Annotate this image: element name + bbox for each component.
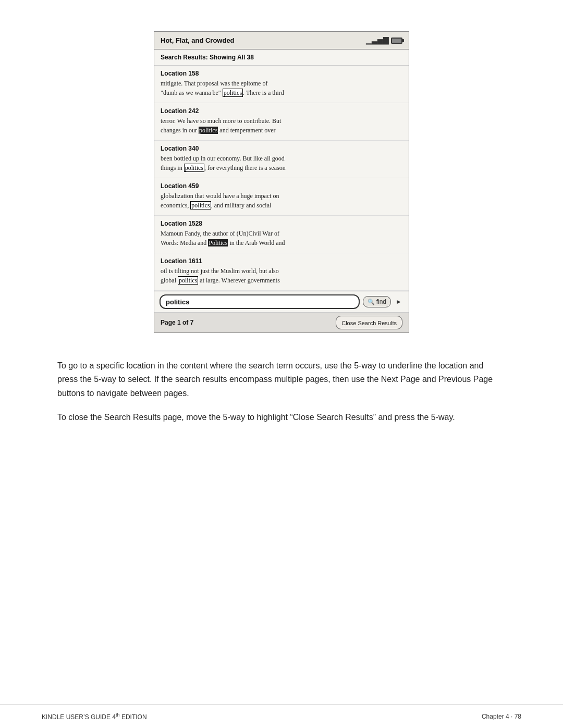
excerpt-2: terror. We have so much more to contribu… [161, 116, 402, 135]
search-input-wrapper[interactable]: politics [160, 294, 360, 309]
result-item-6[interactable]: Location 1611 oil is tilting not just th… [154, 253, 409, 291]
footer-right-text: Chapter 4 · 78 [482, 713, 521, 720]
kindle-page-bar: Page 1 of 7 Close Search Results [154, 313, 409, 332]
kindle-book-title: Hot, Flat, and Crowded [161, 36, 235, 44]
body-text-section: To go to a specific location in the cont… [57, 359, 506, 435]
excerpt-6: oil is tilting not just the Muslim world… [161, 266, 402, 285]
kindle-title-bar: Hot, Flat, and Crowded ▁▃▅▇ [154, 32, 409, 50]
excerpt-1: mitigate. That proposal was the epitome … [161, 79, 402, 97]
page-content: Hot, Flat, and Crowded ▁▃▅▇ Search Resul… [0, 0, 563, 466]
find-button[interactable]: 🔍 find [363, 296, 391, 307]
excerpt-4: globalization that would have a huge imp… [161, 191, 402, 210]
footer-left-text: KINDLE USER’S GUIDE 4th EDITION [42, 712, 147, 721]
result-item-3[interactable]: Location 340 been bottled up in our econ… [154, 141, 409, 178]
result-item-2[interactable]: Location 242 terror. We have so much mor… [154, 103, 409, 141]
result-item-5[interactable]: Location 1528 Mamoun Fandy, the author o… [154, 216, 409, 253]
excerpt-5: Mamoun Fandy, the author of (Un)Civil Wa… [161, 229, 402, 248]
highlight-4: politics [190, 201, 211, 209]
highlight-1: politics [223, 89, 243, 97]
highlight-5: Politics [208, 239, 228, 246]
search-results-header: Search Results: Showing All 38 [154, 50, 409, 66]
body-paragraph-1: To go to a specific location in the cont… [57, 359, 506, 400]
close-search-results-button[interactable]: Close Search Results [336, 316, 402, 329]
close-search-results-label: Close Search Results [341, 320, 397, 326]
result-item-4[interactable]: Location 459 globalization that would ha… [154, 178, 409, 216]
result-item-1[interactable]: Location 158 mitigate. That proposal was… [154, 66, 409, 103]
highlight-2: politics [199, 127, 218, 134]
search-icon: 🔍 [368, 299, 375, 305]
status-icons: ▁▃▅▇ [366, 36, 402, 45]
location-label-2: Location 242 [161, 107, 402, 115]
battery-icon [391, 38, 402, 44]
location-label-3: Location 340 [161, 145, 402, 152]
location-label-5: Location 1528 [161, 220, 402, 227]
location-label-4: Location 459 [161, 182, 402, 190]
location-label-6: Location 1611 [161, 257, 402, 265]
find-label: find [376, 298, 386, 305]
excerpt-3: been bottled up in our economy. But like… [161, 154, 402, 172]
highlight-3: politics [184, 164, 204, 172]
kindle-search-bar: politics 🔍 find ► [154, 291, 409, 313]
footer-sup: th [116, 712, 120, 718]
highlight-6: politics [178, 276, 198, 285]
next-button[interactable]: ► [394, 297, 403, 306]
kindle-device: Hot, Flat, and Crowded ▁▃▅▇ Search Resul… [154, 31, 409, 333]
page-footer: KINDLE USER’S GUIDE 4th EDITION Chapter … [0, 705, 563, 728]
search-results-list: Location 158 mitigate. That proposal was… [154, 66, 409, 291]
location-label-1: Location 158 [161, 70, 402, 77]
page-info: Page 1 of 7 [161, 319, 193, 326]
signal-icon: ▁▃▅▇ [366, 36, 389, 45]
search-input-value: politics [166, 298, 190, 306]
body-paragraph-2: To close the Search Results page, move t… [57, 411, 506, 424]
